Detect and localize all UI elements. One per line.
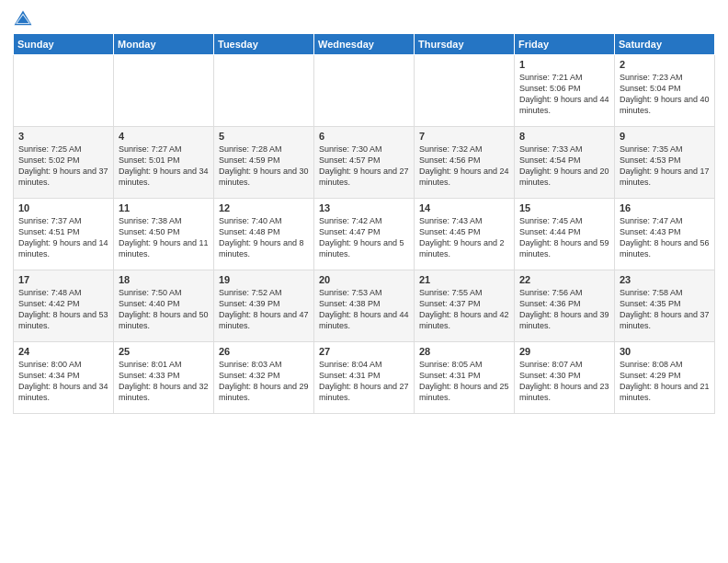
header [13,9,715,29]
calendar-cell: 15Sunrise: 7:45 AMSunset: 4:44 PMDayligh… [515,199,615,270]
calendar-cell [214,55,314,127]
day-detail: Sunrise: 7:21 AMSunset: 5:06 PMDaylight:… [519,73,609,115]
weekday-header: Thursday [415,34,515,55]
day-number: 6 [319,131,409,142]
day-number: 13 [319,202,409,213]
day-number: 16 [620,202,710,213]
calendar-cell: 24Sunrise: 8:00 AMSunset: 4:34 PMDayligh… [14,342,114,414]
weekday-header: Wednesday [314,34,415,55]
day-detail: Sunrise: 7:33 AMSunset: 4:54 PMDaylight:… [519,144,609,187]
day-detail: Sunrise: 7:28 AMSunset: 4:59 PMDaylight:… [219,144,309,187]
day-detail: Sunrise: 7:40 AMSunset: 4:48 PMDaylight:… [219,216,304,259]
day-detail: Sunrise: 8:07 AMSunset: 4:30 PMDaylight:… [519,360,609,402]
day-detail: Sunrise: 8:01 AMSunset: 4:33 PMDaylight:… [119,360,209,402]
day-number: 11 [119,202,209,213]
day-detail: Sunrise: 7:56 AMSunset: 4:36 PMDaylight:… [519,288,609,330]
calendar-cell [415,55,515,127]
weekday-header-row: SundayMondayTuesdayWednesdayThursdayFrid… [14,34,715,55]
day-number: 4 [119,131,209,142]
day-detail: Sunrise: 7:45 AMSunset: 4:44 PMDaylight:… [519,216,609,259]
day-detail: Sunrise: 8:05 AMSunset: 4:31 PMDaylight:… [419,360,509,402]
calendar-cell: 9Sunrise: 7:35 AMSunset: 4:53 PMDaylight… [615,127,715,199]
page-container: SundayMondayTuesdayWednesdayThursdayFrid… [0,0,728,421]
day-number: 21 [419,274,509,285]
day-detail: Sunrise: 7:43 AMSunset: 4:45 PMDaylight:… [419,216,505,259]
calendar-week-row: 3Sunrise: 7:25 AMSunset: 5:02 PMDaylight… [14,127,715,199]
day-detail: Sunrise: 7:30 AMSunset: 4:57 PMDaylight:… [319,144,409,187]
calendar-cell: 22Sunrise: 7:56 AMSunset: 4:36 PMDayligh… [515,270,615,342]
day-number: 18 [119,274,209,285]
day-number: 19 [219,274,309,285]
day-detail: Sunrise: 7:38 AMSunset: 4:50 PMDaylight:… [119,216,209,259]
calendar-cell: 29Sunrise: 8:07 AMSunset: 4:30 PMDayligh… [515,342,615,414]
day-number: 24 [18,346,108,357]
calendar-cell: 2Sunrise: 7:23 AMSunset: 5:04 PMDaylight… [615,55,715,127]
day-number: 20 [319,274,409,285]
day-detail: Sunrise: 8:00 AMSunset: 4:34 PMDaylight:… [18,360,108,402]
day-number: 23 [620,274,710,285]
calendar-cell: 23Sunrise: 7:58 AMSunset: 4:35 PMDayligh… [615,270,715,342]
day-number: 12 [219,202,309,213]
day-number: 15 [519,202,609,213]
calendar-cell: 25Sunrise: 8:01 AMSunset: 4:33 PMDayligh… [114,342,214,414]
calendar-cell: 8Sunrise: 7:33 AMSunset: 4:54 PMDaylight… [515,127,615,199]
day-number: 28 [419,346,509,357]
calendar-week-row: 17Sunrise: 7:48 AMSunset: 4:42 PMDayligh… [14,270,715,342]
day-detail: Sunrise: 7:58 AMSunset: 4:35 PMDaylight:… [620,288,710,330]
day-detail: Sunrise: 7:42 AMSunset: 4:47 PMDaylight:… [319,216,404,259]
calendar-cell: 17Sunrise: 7:48 AMSunset: 4:42 PMDayligh… [14,270,114,342]
day-detail: Sunrise: 7:27 AMSunset: 5:01 PMDaylight:… [119,144,209,187]
day-detail: Sunrise: 7:32 AMSunset: 4:56 PMDaylight:… [419,144,509,187]
calendar-cell: 28Sunrise: 8:05 AMSunset: 4:31 PMDayligh… [415,342,515,414]
calendar-cell [314,55,415,127]
day-detail: Sunrise: 8:03 AMSunset: 4:32 PMDaylight:… [219,360,309,402]
calendar-cell: 12Sunrise: 7:40 AMSunset: 4:48 PMDayligh… [214,199,314,270]
calendar-cell: 4Sunrise: 7:27 AMSunset: 5:01 PMDaylight… [114,127,214,199]
calendar-week-row: 1Sunrise: 7:21 AMSunset: 5:06 PMDaylight… [14,55,715,127]
day-detail: Sunrise: 7:53 AMSunset: 4:38 PMDaylight:… [319,288,409,330]
day-detail: Sunrise: 8:04 AMSunset: 4:31 PMDaylight:… [319,360,409,402]
weekday-header: Saturday [615,34,715,55]
calendar-cell: 3Sunrise: 7:25 AMSunset: 5:02 PMDaylight… [14,127,114,199]
calendar-cell: 18Sunrise: 7:50 AMSunset: 4:40 PMDayligh… [114,270,214,342]
day-number: 14 [419,202,509,213]
calendar-cell: 16Sunrise: 7:47 AMSunset: 4:43 PMDayligh… [615,199,715,270]
day-number: 25 [119,346,209,357]
day-detail: Sunrise: 7:37 AMSunset: 4:51 PMDaylight:… [18,216,108,259]
calendar-cell: 13Sunrise: 7:42 AMSunset: 4:47 PMDayligh… [314,199,415,270]
day-number: 2 [620,59,710,70]
logo-icon [13,9,33,29]
calendar-cell [114,55,214,127]
calendar-cell: 26Sunrise: 8:03 AMSunset: 4:32 PMDayligh… [214,342,314,414]
calendar-cell: 14Sunrise: 7:43 AMSunset: 4:45 PMDayligh… [415,199,515,270]
calendar-cell: 11Sunrise: 7:38 AMSunset: 4:50 PMDayligh… [114,199,214,270]
day-detail: Sunrise: 8:08 AMSunset: 4:29 PMDaylight:… [620,360,710,402]
calendar-cell: 6Sunrise: 7:30 AMSunset: 4:57 PMDaylight… [314,127,415,199]
day-number: 22 [519,274,609,285]
calendar-table: SundayMondayTuesdayWednesdayThursdayFrid… [13,33,715,414]
day-number: 26 [219,346,309,357]
calendar-cell: 7Sunrise: 7:32 AMSunset: 4:56 PMDaylight… [415,127,515,199]
weekday-header: Friday [515,34,615,55]
day-detail: Sunrise: 7:55 AMSunset: 4:37 PMDaylight:… [419,288,509,330]
calendar-cell: 21Sunrise: 7:55 AMSunset: 4:37 PMDayligh… [415,270,515,342]
day-detail: Sunrise: 7:48 AMSunset: 4:42 PMDaylight:… [18,288,108,330]
calendar-cell: 30Sunrise: 8:08 AMSunset: 4:29 PMDayligh… [615,342,715,414]
day-number: 17 [18,274,108,285]
weekday-header: Sunday [14,34,114,55]
logo [13,9,37,29]
day-number: 30 [620,346,710,357]
calendar-cell: 19Sunrise: 7:52 AMSunset: 4:39 PMDayligh… [214,270,314,342]
day-number: 29 [519,346,609,357]
day-detail: Sunrise: 7:35 AMSunset: 4:53 PMDaylight:… [620,144,710,187]
calendar-cell: 20Sunrise: 7:53 AMSunset: 4:38 PMDayligh… [314,270,415,342]
calendar-cell [14,55,114,127]
day-number: 7 [419,131,509,142]
day-detail: Sunrise: 7:25 AMSunset: 5:02 PMDaylight:… [18,144,108,187]
calendar-cell: 10Sunrise: 7:37 AMSunset: 4:51 PMDayligh… [14,199,114,270]
day-detail: Sunrise: 7:23 AMSunset: 5:04 PMDaylight:… [620,73,710,115]
weekday-header: Monday [114,34,214,55]
weekday-header: Tuesday [214,34,314,55]
calendar-week-row: 10Sunrise: 7:37 AMSunset: 4:51 PMDayligh… [14,199,715,270]
calendar-cell: 5Sunrise: 7:28 AMSunset: 4:59 PMDaylight… [214,127,314,199]
